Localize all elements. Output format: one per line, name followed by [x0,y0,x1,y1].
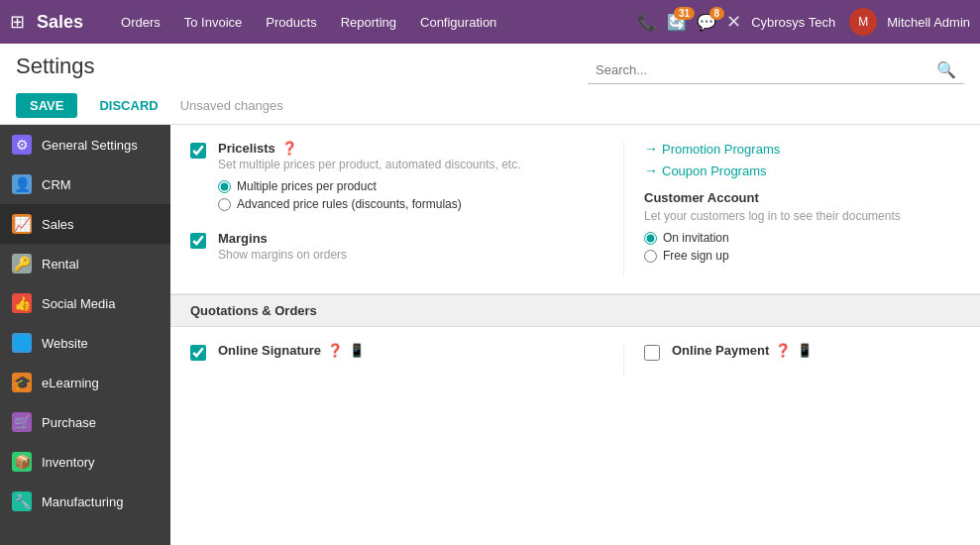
activity-icon[interactable]: 🔄 31 [667,13,687,32]
message-icon[interactable]: 💬 8 [697,13,716,32]
nav-orders[interactable]: Orders [111,11,170,34]
sidebar-label-sales: Sales [42,217,74,232]
nav-configuration[interactable]: Configuration [410,11,506,34]
pricelists-checkbox[interactable] [190,143,206,159]
nav-to-invoice[interactable]: To Invoice [174,11,253,34]
close-icon[interactable]: ✕ [726,11,741,33]
customer-account-desc: Let your customers log in to see their d… [644,209,960,223]
website-icon: 🌐 [12,333,32,353]
search-input[interactable] [596,62,930,77]
online-signature-icon2: 📱 [349,343,365,358]
quotations-left: Online Signature ❓ 📱 [190,343,623,377]
radio-free-signup-input[interactable] [644,250,657,263]
margins-content: Margins Show margins on orders [218,231,603,262]
sidebar-label-general-settings: General Settings [42,138,138,153]
nav-right: 📞 🔄 31 💬 8 ✕ Cybrosys Tech M Mitchell Ad… [637,8,970,36]
online-signature-checkbox[interactable] [190,345,206,361]
sidebar: ⚙ General Settings 👤 CRM 📈 Sales 🔑 Renta… [0,125,170,545]
margins-label: Margins [218,231,268,246]
crm-icon: 👤 [12,174,32,194]
brand-name: Sales [37,12,83,33]
sidebar-item-general-settings[interactable]: ⚙ General Settings [0,125,170,164]
radio-on-invitation-input[interactable] [644,232,657,245]
radio-on-invitation-label: On invitation [663,231,729,245]
online-payment-setting: Online Payment ❓ 📱 [644,343,960,361]
online-payment-icon2: 📱 [797,343,813,358]
two-column-layout: Pricelists ❓ Set multiple prices per pro… [190,141,960,277]
unsaved-changes-label: Unsaved changes [180,98,283,113]
activity-badge: 31 [674,7,695,20]
online-signature-help-icon[interactable]: ❓ [327,343,343,358]
grid-icon[interactable]: ⊞ [10,11,25,33]
online-payment-help-icon[interactable]: ❓ [775,343,791,358]
sidebar-item-social-media[interactable]: 👍 Social Media [0,283,170,323]
quotations-section-label: Quotations & Orders [190,303,317,318]
sidebar-item-inventory[interactable]: 📦 Inventory [0,442,170,482]
pricelists-label: Pricelists [218,141,275,156]
online-payment-checkbox[interactable] [644,345,660,361]
online-signature-label: Online Signature [218,343,321,358]
pricelists-content: Pricelists ❓ Set multiple prices per pro… [218,141,603,215]
sidebar-label-crm: CRM [42,177,71,192]
quotations-settings: Online Signature ❓ 📱 Online Payment [170,327,980,392]
search-icon[interactable]: 🔍 [936,60,956,79]
nav-products[interactable]: Products [256,11,326,34]
sidebar-label-elearning: eLearning [42,376,99,390]
sidebar-item-crm[interactable]: 👤 CRM [0,164,170,204]
user-avatar[interactable]: M [849,8,877,36]
sidebar-item-elearning[interactable]: 🎓 eLearning [0,363,170,402]
margins-checkbox[interactable] [190,233,206,249]
customer-account-options: On invitation Free sign up [644,231,960,263]
pricelists-setting: Pricelists ❓ Set multiple prices per pro… [190,141,603,215]
sidebar-label-purchase: Purchase [42,415,96,430]
sidebar-item-sales[interactable]: 📈 Sales [0,204,170,244]
pricelists-help-icon[interactable]: ❓ [281,141,297,156]
company-name: Cybrosys Tech [751,15,835,30]
pricelist-options: Multiple prices per product Advanced pri… [218,179,603,211]
nav-reporting[interactable]: Reporting [331,11,406,34]
manufacturing-icon: 🔧 [12,491,32,511]
user-name: Mitchell Admin [887,15,970,30]
settings-icon: ⚙ [12,135,32,155]
message-badge: 8 [709,7,725,20]
pricing-section: Pricelists ❓ Set multiple prices per pro… [170,125,980,294]
sidebar-label-rental: Rental [42,257,79,272]
phone-icon[interactable]: 📞 [637,13,657,32]
content-area: Pricelists ❓ Set multiple prices per pro… [170,125,980,545]
sidebar-label-social: Social Media [42,296,115,311]
save-button[interactable]: SAVE [16,93,77,118]
pricelists-desc: Set multiple prices per product, automat… [218,158,603,171]
page-title: Settings [16,54,95,79]
sidebar-item-manufacturing[interactable]: 🔧 Manufacturing [0,482,170,521]
radio-multiple-prices-label: Multiple prices per product [237,179,377,193]
sidebar-item-website[interactable]: 🌐 Website [0,323,170,363]
rental-icon: 🔑 [12,254,32,273]
left-column: Pricelists ❓ Set multiple prices per pro… [190,141,623,277]
promotion-programs-link[interactable]: → Promotion Programs [644,141,960,157]
discard-button[interactable]: DISCARD [85,93,171,118]
sidebar-item-purchase[interactable]: 🛒 Purchase [0,402,170,442]
sidebar-label-website: Website [42,336,88,351]
radio-multiple-prices: Multiple prices per product [218,179,603,193]
page-header: Settings 🔍 SAVE DISCARD Unsaved changes [0,44,980,125]
online-payment-content: Online Payment ❓ 📱 [672,343,960,358]
radio-free-signup: Free sign up [644,249,960,263]
customer-account-section: Customer Account Let your customers log … [644,190,960,263]
arrow-icon-promotion: → [644,141,658,157]
coupon-programs-label: Coupon Programs [662,164,767,178]
quotations-section-header: Quotations & Orders [170,294,980,327]
arrow-icon-coupon: → [644,163,658,178]
radio-advanced-rules-input[interactable] [218,198,231,211]
customer-account-title: Customer Account [644,190,960,205]
margins-setting: Margins Show margins on orders [190,231,603,262]
sidebar-item-rental[interactable]: 🔑 Rental [0,244,170,283]
radio-multiple-prices-input[interactable] [218,180,231,193]
coupon-programs-link[interactable]: → Coupon Programs [644,163,960,178]
right-column: → Promotion Programs → Coupon Programs C… [623,141,960,277]
online-payment-label: Online Payment [672,343,769,358]
online-signature-setting: Online Signature ❓ 📱 [190,343,603,361]
online-signature-content: Online Signature ❓ 📱 [218,343,603,358]
social-icon: 👍 [12,293,32,313]
search-box: 🔍 [588,56,964,84]
main-layout: ⚙ General Settings 👤 CRM 📈 Sales 🔑 Renta… [0,125,980,545]
